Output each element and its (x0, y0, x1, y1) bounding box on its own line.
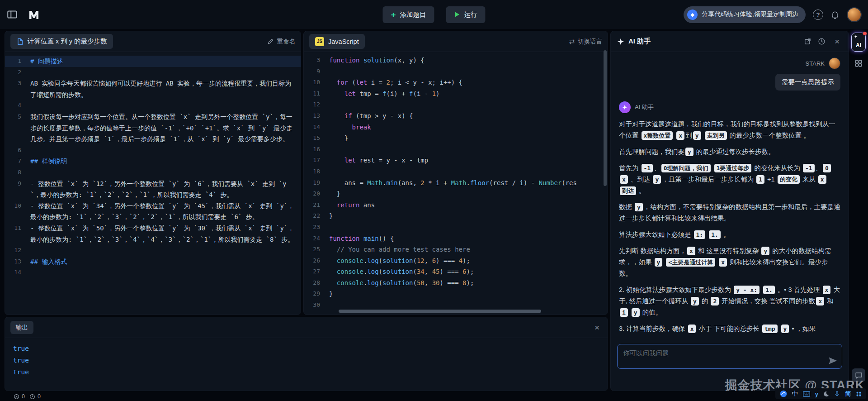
code-line[interactable]: 18 (304, 166, 608, 177)
code-line[interactable]: 30 (304, 300, 608, 311)
code-line[interactable]: 15 } (304, 133, 608, 144)
problem-line[interactable]: 1# 问题描述 (5, 56, 301, 67)
ai-input[interactable] (618, 344, 842, 368)
rename-label: 重命名 (277, 38, 296, 46)
code-line[interactable]: 16 (304, 144, 608, 155)
problem-line[interactable]: 7## 样例说明 (5, 156, 301, 167)
keyboard-icon[interactable] (803, 391, 810, 397)
mic-icon[interactable] (834, 391, 840, 397)
user-avatar[interactable] (847, 7, 862, 22)
inline-code: 1: (694, 230, 706, 239)
sidebar-toggle-button[interactable] (6, 9, 18, 20)
notifications-button[interactable] (830, 10, 840, 19)
line-number: 9 (304, 66, 329, 77)
problem-line[interactable]: 13## 输入格式 (5, 256, 301, 267)
code-line[interactable]: 17 let rest = y - x - tmp (304, 155, 608, 166)
switch-language-button[interactable]: ⇄ 切换语言 (569, 38, 602, 46)
code-line[interactable]: 11 let tmp = f(i) + f(i - 1) (304, 88, 608, 100)
code-line[interactable]: 28 console.log(solution(50, 30) === 8); (304, 277, 608, 289)
run-button[interactable]: 运行 (446, 6, 486, 23)
app-logo[interactable] (27, 10, 41, 19)
code-line[interactable]: 12 (304, 99, 608, 110)
code-line[interactable]: 29} (304, 288, 608, 300)
code-line[interactable]: 19 ans = Math.min(ans, 2 * i + Math.floo… (304, 177, 608, 189)
problem-line[interactable]: 8 (5, 167, 301, 178)
language-label: JavaScript (328, 38, 359, 45)
close-output-button[interactable]: × (592, 323, 602, 332)
problem-line[interactable]: 6 (5, 145, 301, 156)
code-line[interactable]: 9 (304, 66, 608, 77)
line-number: 6 (5, 145, 30, 156)
ime-chinese-mode[interactable]: 中 (792, 390, 798, 398)
problem-line[interactable]: 10- 整数位置 `x` 为 `34`，另外一个整数位置 `y` 为 `45`，… (5, 200, 301, 223)
code-line[interactable]: 20 } (304, 188, 608, 200)
code-line[interactable]: 14 break (304, 122, 608, 133)
code-line[interactable]: 25 // You can add more test cases here (304, 244, 608, 255)
add-problem-button[interactable]: + 添加题目 (382, 6, 434, 23)
line-number: 12 (304, 99, 329, 110)
ime-simplified-mode[interactable]: 简 (845, 390, 851, 398)
code-line[interactable]: 24function main() { (304, 233, 608, 244)
ime-y-mode[interactable]: y (815, 391, 818, 397)
share-chat-button[interactable] (804, 38, 811, 45)
inline-code: x (823, 286, 831, 294)
problem-line[interactable]: 5我们假设每一步对应到每一个位置。从一个整数位置 `x` 走到另外一个整数位置 … (5, 111, 301, 145)
line-text: - 整数位置 `x` 为 `34`，另外一个整数位置 `y` 为 `45`，我们… (30, 200, 301, 223)
plugins-button[interactable] (854, 59, 863, 68)
problem-line[interactable]: 12 (5, 245, 301, 256)
line-number: 30 (304, 300, 329, 311)
plus-icon: + (391, 10, 396, 19)
problem-line[interactable]: 4 (5, 100, 301, 111)
vertical-scrollbar[interactable] (604, 50, 607, 186)
problem-title-tab[interactable]: 计算位置 x 到 y 的最少步数 (10, 34, 113, 49)
line-number: 13 (304, 110, 329, 122)
ai-paragraph: 对于对于这道题这道题，我们的目标，我们的目标是找到从整数是找到从一个位置 x整数… (619, 119, 840, 141)
swap-icon: ⇄ (569, 38, 575, 46)
code-line[interactable]: 21 return ans (304, 200, 608, 211)
problem-editor-lines[interactable]: 1# 问题描述23AB 实验同学每天都很苦恼如何可以更好地进行 AB 实验，每一… (5, 52, 301, 278)
logo-icon (27, 10, 41, 19)
line-text: break (329, 122, 608, 133)
ai-input-box[interactable] (617, 344, 842, 369)
line-number: 14 (304, 122, 329, 133)
warnings-indicator[interactable]: 0 (29, 393, 41, 400)
inline-code: x (688, 325, 696, 333)
problem-line[interactable]: 2 (5, 67, 301, 78)
code-line[interactable]: 26 console.log(solution(12, 6) === 4); (304, 255, 608, 267)
output-tab[interactable]: 输出 (10, 321, 33, 334)
line-number: 25 (304, 244, 329, 255)
ime-logo-icon[interactable] (780, 390, 787, 397)
code-line[interactable]: 23 (304, 222, 608, 233)
moon-icon[interactable] (823, 391, 829, 397)
warning-icon (29, 394, 35, 400)
errors-indicator[interactable]: 0 (14, 393, 25, 400)
problem-line[interactable]: 14 (5, 267, 301, 278)
horizontal-scrollbar[interactable] (339, 310, 541, 313)
problem-line[interactable]: 9- 整数位置 `x` 为 `12`，另外一个整数位置 `y` 为 `6`，我们… (5, 178, 301, 200)
problem-line[interactable]: 3AB 实验同学每天都很苦恼如何可以更好地进行 AB 实验，每一步的流程很重要，… (5, 78, 301, 100)
close-ai-button[interactable]: × (832, 37, 842, 46)
switch-language-label: 切换语言 (578, 38, 602, 46)
line-number: 11 (304, 88, 329, 100)
feedback-button[interactable] (852, 368, 865, 382)
rename-button[interactable]: 重命名 (267, 38, 296, 46)
code-line[interactable]: 13 if (tmp > y - x) { (304, 110, 608, 122)
ime-menu-icon[interactable] (856, 391, 862, 397)
line-number: 29 (304, 288, 329, 300)
history-button[interactable] (818, 38, 826, 45)
line-number: 7 (5, 156, 30, 167)
code-line[interactable]: 3function solution(x, y) { (304, 55, 608, 66)
code-line[interactable]: 10 for (let i = 2; i < y - x; i++) { (304, 77, 608, 88)
code-line[interactable]: 22} (304, 210, 608, 222)
ai-assistant-button[interactable]: AI (851, 33, 866, 52)
code-line[interactable]: 27 console.log(solution(34, 45) === 6); (304, 266, 608, 277)
help-button[interactable]: ? (813, 10, 823, 20)
code-editor[interactable]: 3function solution(x, y) {910 for (let i… (304, 52, 608, 315)
promo-banner[interactable]: ◆ 分享代码练习体验,领限量定制周边 (684, 6, 806, 23)
line-text (329, 66, 608, 77)
send-button[interactable] (828, 356, 837, 365)
pencil-icon (267, 38, 274, 45)
language-tab[interactable]: JS JavaScript (309, 34, 365, 49)
errors-count: 0 (22, 393, 25, 400)
problem-line[interactable]: 11- 整数位置 `x` 为 `50`，另外一个整数位置 `y` 为 `30`，… (5, 223, 301, 245)
